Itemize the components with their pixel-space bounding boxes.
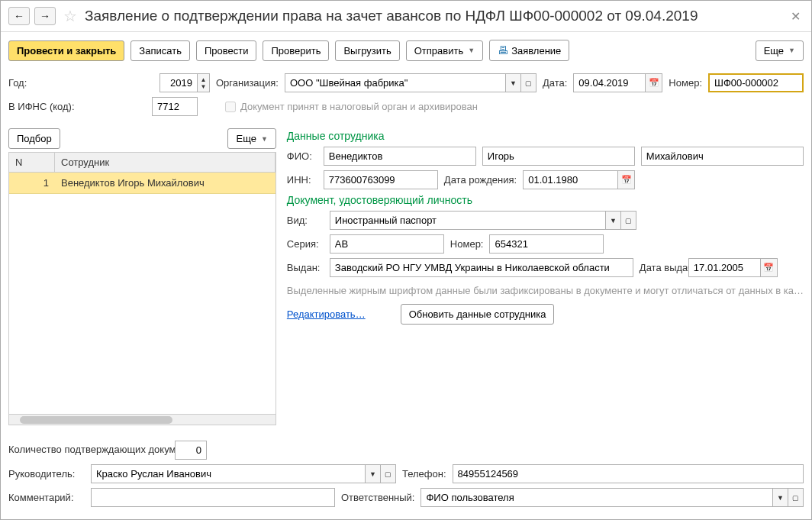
responsible-label: Ответственный:: [341, 492, 414, 503]
responsible-input[interactable]: [420, 488, 773, 507]
year-spinner[interactable]: ▲▼: [198, 73, 210, 92]
left-more-label: Еще: [236, 133, 256, 144]
firstname-input[interactable]: [482, 147, 635, 166]
fio-label: ФИО:: [287, 150, 317, 162]
cell-employee: Венедиктов Игорь Михайлович: [55, 173, 276, 193]
print-application-button[interactable]: 🖶 Заявление: [489, 40, 569, 61]
comment-input[interactable]: [91, 488, 335, 507]
bold-data-note: Выделенные жирным шрифтом данные были за…: [287, 285, 804, 296]
close-icon[interactable]: ✕: [788, 9, 804, 24]
head-input[interactable]: [91, 464, 366, 483]
more-button[interactable]: Еще ▼: [756, 40, 804, 61]
calendar-icon[interactable]: 📅: [646, 73, 662, 92]
ifns-label: В ИФНС (код):: [8, 101, 146, 112]
archived-checkbox-wrap: Документ принят в налоговый орган и архи…: [225, 101, 478, 112]
qty-input[interactable]: [175, 441, 207, 460]
comment-label: Комментарий:: [8, 492, 85, 503]
doc-issue-date-label: Дата выдачи:: [640, 262, 682, 273]
write-button[interactable]: Записать: [130, 40, 190, 61]
doc-kind-input[interactable]: [330, 211, 606, 230]
head-dropdown[interactable]: ▼: [366, 464, 381, 483]
post-button[interactable]: Провести: [196, 40, 257, 61]
h-scrollbar[interactable]: [9, 414, 276, 425]
doc-series-input[interactable]: [330, 234, 444, 254]
doc-series-label: Серия:: [287, 238, 324, 250]
back-button[interactable]: ←: [8, 7, 30, 25]
more-button-label: Еще: [764, 45, 784, 57]
chevron-down-icon: ▼: [261, 135, 268, 143]
qty-label: Количество подтверждающих документов:: [8, 444, 169, 457]
inn-input[interactable]: [324, 170, 438, 189]
phone-label: Телефон:: [402, 468, 446, 480]
year-input[interactable]: [160, 73, 198, 92]
check-button[interactable]: Проверить: [263, 40, 329, 61]
send-button[interactable]: Отправить ▼: [406, 40, 483, 61]
send-button-label: Отправить: [414, 45, 463, 57]
forward-button[interactable]: →: [34, 7, 56, 25]
head-open[interactable]: ▢: [381, 464, 396, 483]
number-label: Номер:: [669, 77, 702, 89]
org-input[interactable]: [285, 73, 506, 92]
middlename-input[interactable]: [641, 147, 804, 166]
window-title: Заявление о подтверждении права на зачет…: [85, 8, 783, 24]
doc-number-label: Номер:: [450, 238, 484, 250]
doc-kind-open[interactable]: ▢: [621, 211, 636, 230]
responsible-dropdown[interactable]: ▼: [773, 488, 788, 507]
favorite-star-icon[interactable]: ☆: [63, 7, 77, 25]
col-n-header: N: [9, 153, 55, 172]
doc-number-input[interactable]: [489, 234, 604, 254]
print-button-label: Заявление: [511, 45, 561, 57]
cell-n: 1: [9, 173, 55, 193]
date-input[interactable]: [573, 73, 646, 92]
printer-icon: 🖶: [498, 44, 508, 57]
calendar-icon[interactable]: 📅: [618, 170, 635, 189]
number-input[interactable]: [708, 73, 804, 92]
doc-issue-date-input[interactable]: [688, 258, 761, 277]
phone-input[interactable]: [453, 464, 804, 483]
chevron-down-icon: ▼: [468, 47, 475, 54]
birthdate-label: Дата рождения:: [444, 174, 517, 186]
chevron-down-icon: ▼: [788, 47, 795, 54]
head-label: Руководитель:: [8, 468, 85, 480]
archived-label: Документ принят в налоговый орган и архи…: [240, 101, 478, 112]
lastname-input[interactable]: [324, 147, 476, 166]
doc-kind-label: Вид:: [287, 215, 324, 226]
org-label: Организация:: [216, 77, 279, 89]
edit-link[interactable]: Редактировать…: [287, 308, 366, 320]
date-label: Дата:: [543, 77, 567, 89]
archived-checkbox: [225, 102, 236, 112]
doc-issued-input[interactable]: [330, 258, 633, 277]
export-button[interactable]: Выгрузить: [335, 40, 399, 61]
calendar-icon[interactable]: 📅: [761, 258, 778, 277]
left-more-button[interactable]: Еще ▼: [227, 128, 276, 149]
refresh-employee-button[interactable]: Обновить данные сотрудника: [401, 304, 555, 325]
col-employee-header: Сотрудник: [55, 153, 276, 172]
employee-section-title: Данные сотрудника: [287, 130, 804, 142]
document-section-title: Документ, удостоверяющий личность: [287, 194, 804, 206]
table-row[interactable]: 1 Венедиктов Игорь Михайлович: [9, 173, 276, 194]
doc-kind-dropdown[interactable]: ▼: [606, 211, 621, 230]
doc-issued-label: Выдан:: [287, 262, 324, 273]
ifns-input[interactable]: [152, 97, 198, 116]
org-open-button[interactable]: ▢: [521, 73, 536, 92]
year-label: Год:: [8, 77, 54, 89]
org-dropdown-button[interactable]: ▼: [506, 73, 521, 92]
employees-table[interactable]: N Сотрудник 1 Венедиктов Игорь Михайлови…: [8, 152, 276, 425]
responsible-open[interactable]: ▢: [788, 488, 804, 507]
post-and-close-button[interactable]: Провести и закрыть: [8, 40, 124, 61]
birthdate-input[interactable]: [523, 170, 618, 189]
select-button[interactable]: Подбор: [8, 128, 60, 149]
inn-label: ИНН:: [287, 174, 317, 186]
